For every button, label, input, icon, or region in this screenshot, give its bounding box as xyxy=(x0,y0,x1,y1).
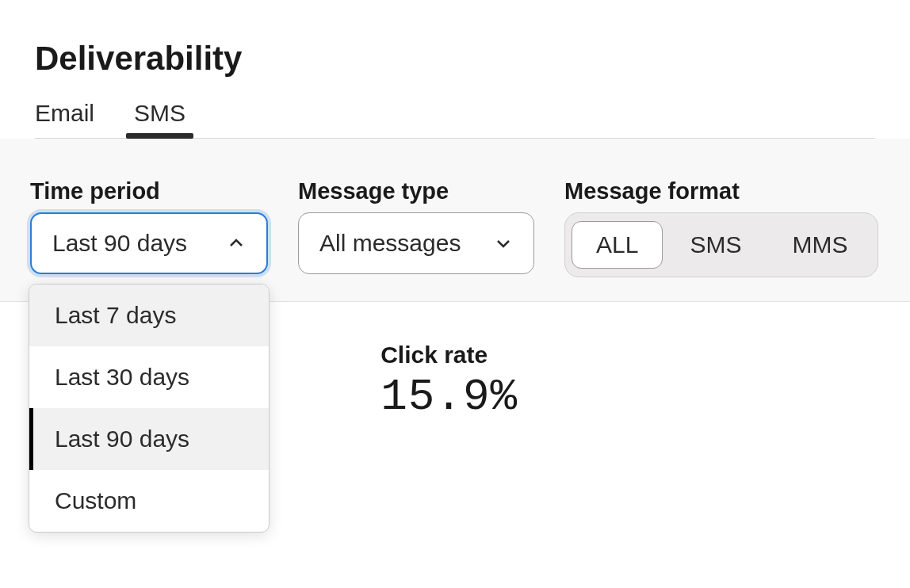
message-type-label: Message type xyxy=(298,178,534,204)
page-title: Deliverability xyxy=(35,40,875,78)
time-option-custom[interactable]: Custom xyxy=(29,470,269,532)
time-period-selected: Last 90 days xyxy=(52,230,187,257)
time-option-last-90-days[interactable]: Last 90 days xyxy=(29,408,269,470)
message-type-dropdown[interactable]: All messages xyxy=(298,212,534,274)
message-format-filter: Message format ALL SMS MMS xyxy=(564,178,878,277)
segment-mms[interactable]: MMS xyxy=(768,222,871,268)
time-option-last-30-days[interactable]: Last 30 days xyxy=(29,346,269,408)
filters-bar: Time period Last 90 days Last 7 days Las… xyxy=(0,139,910,302)
tabs: Email SMS xyxy=(35,100,875,139)
time-period-dropdown[interactable]: Last 90 days xyxy=(30,212,268,274)
time-option-last-7-days[interactable]: Last 7 days xyxy=(29,284,269,346)
message-type-selected: All messages xyxy=(319,230,461,257)
chevron-up-icon xyxy=(227,234,246,253)
chevron-down-icon xyxy=(494,234,513,253)
segment-sms[interactable]: SMS xyxy=(666,222,765,268)
time-period-label: Time period xyxy=(30,178,268,204)
message-format-label: Message format xyxy=(564,178,878,204)
message-type-filter: Message type All messages xyxy=(298,178,534,277)
tab-sms[interactable]: SMS xyxy=(134,100,185,138)
stat-click-rate-value: 15.9% xyxy=(380,372,518,422)
time-period-dropdown-menu: Last 7 days Last 30 days Last 90 days Cu… xyxy=(29,284,270,533)
segment-all[interactable]: ALL xyxy=(572,221,663,269)
tab-email[interactable]: Email xyxy=(35,100,94,138)
time-period-filter: Time period Last 90 days Last 7 days Las… xyxy=(30,178,268,277)
stat-click-rate-label: Click rate xyxy=(380,342,518,368)
message-format-segmented: ALL SMS MMS xyxy=(564,212,878,277)
stat-click-rate: Click rate 15.9% xyxy=(380,342,518,422)
